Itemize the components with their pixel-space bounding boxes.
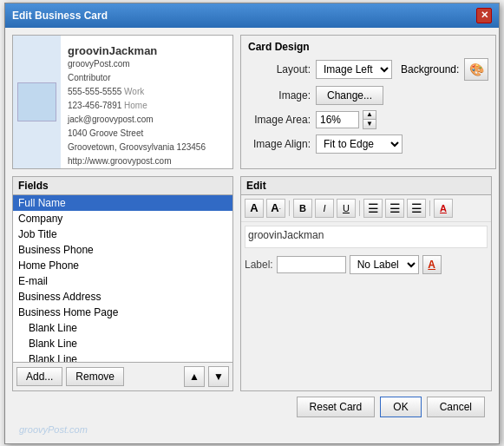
title-bar: Edit Business Card ✕: [5, 3, 499, 28]
field-item-email[interactable]: E-mail: [13, 273, 232, 289]
toolbar-separator-2: [359, 200, 360, 216]
image-area-label: Image Area:: [248, 114, 311, 126]
card-design-panel: Card Design Layout: Image Left Image Rig…: [240, 35, 496, 169]
background-label: Background:: [401, 63, 459, 75]
font-larger-button[interactable]: A: [245, 199, 264, 218]
watermark: groovyPost.com: [12, 424, 504, 438]
edit-panel: Edit A A- B I U ☰ ☰ ☰ A groovinJackman: [240, 176, 492, 391]
font-color-button[interactable]: A: [434, 199, 453, 218]
fields-buttons: Add... Remove ▲ ▼: [13, 362, 232, 390]
work-label: Work: [124, 87, 144, 96]
label-select[interactable]: No Label Work Home Other: [350, 255, 419, 274]
align-center-button[interactable]: ☰: [385, 199, 404, 218]
card-design-title: Card Design: [248, 41, 488, 53]
card-line-5: jack@groovypost.com: [68, 113, 226, 127]
card-line-8: http://www.groovypost.com: [68, 154, 226, 168]
field-item-blank-3[interactable]: Blank Line: [13, 351, 232, 362]
background-button[interactable]: 🎨: [464, 58, 488, 81]
image-row: Image: Change...: [248, 86, 488, 105]
underline-button[interactable]: U: [337, 199, 356, 218]
field-item-home-phone[interactable]: Home Phone: [13, 258, 232, 273]
field-item-business-home-page[interactable]: Business Home Page: [13, 305, 232, 320]
spinner-up-button[interactable]: ▲: [363, 111, 376, 120]
align-left-button[interactable]: ☰: [363, 199, 383, 218]
field-item-full-name[interactable]: Full Name: [13, 195, 232, 211]
label-row: Label: No Label Work Home Other A: [241, 252, 491, 278]
close-button[interactable]: ✕: [476, 8, 492, 23]
card-image-area: [13, 36, 61, 168]
card-line-7: Groovetown, Groovsylvania 123456: [68, 141, 226, 154]
spinner-down-button[interactable]: ▼: [363, 120, 376, 128]
label-text: Label:: [245, 259, 273, 271]
card-preview: groovinJackman groovyPost.com Contributo…: [12, 35, 233, 169]
cancel-button[interactable]: Cancel: [427, 397, 485, 417]
add-field-button[interactable]: Add...: [16, 367, 62, 386]
edit-content-area[interactable]: groovinJackman: [245, 226, 488, 248]
image-align-select[interactable]: Fit to Edge Stretch Crop: [316, 134, 403, 154]
field-item-blank-1[interactable]: Blank Line: [13, 320, 232, 336]
dialog-title: Edit Business Card: [12, 10, 108, 22]
home-label: Home: [124, 101, 147, 110]
fields-title: Fields: [13, 177, 232, 195]
field-item-business-phone[interactable]: Business Phone: [13, 242, 232, 258]
edit-toolbar: A A- B I U ☰ ☰ ☰ A: [241, 195, 491, 222]
layout-select[interactable]: Image Left Image Right Image Top No Imag…: [316, 60, 392, 79]
card-line-1: groovyPost.com: [68, 57, 226, 71]
toolbar-separator-1: [289, 200, 290, 216]
edit-business-card-dialog: Edit Business Card ✕ groovinJackman groo…: [4, 3, 500, 444]
field-item-job-title[interactable]: Job Title: [13, 226, 232, 242]
field-item-blank-2[interactable]: Blank Line: [13, 336, 232, 351]
reset-card-button[interactable]: Reset Card: [297, 397, 376, 417]
card-line-4: 123-456-7891 Home: [68, 99, 226, 113]
remove-field-button[interactable]: Remove: [66, 367, 124, 386]
font-smaller-button[interactable]: A-: [266, 199, 285, 218]
move-down-button[interactable]: ▼: [208, 366, 229, 387]
bold-button[interactable]: B: [293, 199, 312, 218]
image-align-row: Image Align: Fit to Edge Stretch Crop: [248, 134, 488, 154]
italic-button[interactable]: I: [315, 199, 334, 218]
card-line-6: 1040 Groove Street: [68, 127, 226, 141]
image-area-input[interactable]: 16%: [316, 111, 359, 128]
change-image-button[interactable]: Change...: [316, 86, 383, 105]
image-area-row: Image Area: 16% ▲ ▼: [248, 110, 488, 129]
field-item-business-address[interactable]: Business Address: [13, 289, 232, 305]
edit-title: Edit: [241, 177, 491, 195]
field-item-company[interactable]: Company: [13, 211, 232, 226]
card-image-placeholder: [17, 82, 56, 121]
align-right-button[interactable]: ☰: [407, 199, 426, 218]
layout-row: Layout: Image Left Image Right Image Top…: [248, 58, 488, 81]
card-text-area: groovinJackman groovyPost.com Contributo…: [61, 36, 232, 168]
label-input[interactable]: [277, 256, 346, 273]
fields-list[interactable]: Full Name Company Job Title Business Pho…: [13, 195, 232, 362]
card-line-2: Contributor: [68, 71, 226, 85]
image-align-label: Image Align:: [248, 138, 311, 150]
card-name: groovinJackman: [68, 44, 226, 57]
footer: Reset Card OK Cancel: [12, 391, 492, 423]
card-line-3: 555-555-5555 Work: [68, 85, 226, 99]
toolbar-separator-3: [429, 200, 430, 216]
image-area-spinner: ▲ ▼: [363, 110, 376, 129]
layout-label: Layout:: [248, 63, 311, 75]
move-up-button[interactable]: ▲: [184, 366, 205, 387]
image-label: Image:: [248, 89, 311, 102]
fields-panel: Fields Full Name Company Job Title Busin…: [12, 176, 233, 391]
ok-button[interactable]: OK: [380, 397, 421, 417]
label-color-button[interactable]: A: [422, 255, 442, 274]
